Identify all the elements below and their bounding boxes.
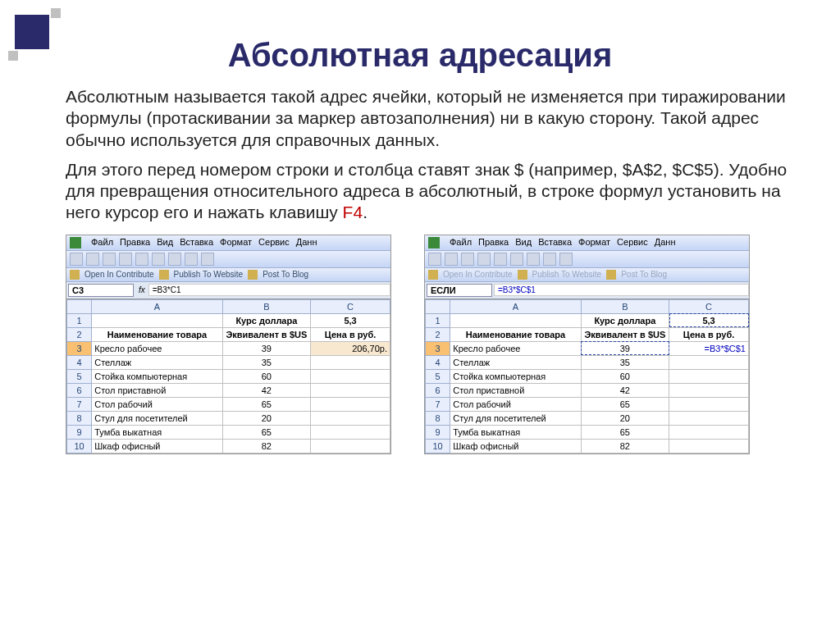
cell[interactable]: 20 bbox=[222, 411, 310, 425]
cell[interactable]: Эквивалент в $US bbox=[581, 327, 669, 341]
row-header[interactable]: 8 bbox=[426, 411, 450, 425]
cell[interactable] bbox=[311, 425, 390, 439]
formula-input[interactable]: =B3*$C$1 bbox=[494, 284, 749, 296]
cell-editing[interactable]: =B3*$C$1 bbox=[669, 341, 749, 355]
preview-icon[interactable] bbox=[135, 253, 148, 266]
cell[interactable] bbox=[311, 397, 390, 411]
row-header[interactable]: 4 bbox=[67, 355, 92, 369]
cell[interactable]: 65 bbox=[581, 397, 669, 411]
cell[interactable]: 35 bbox=[222, 355, 310, 369]
spreadsheet[interactable]: A B C 1 Курс доллара 5,3 2 Наименование … bbox=[425, 299, 749, 454]
cell[interactable]: 65 bbox=[222, 397, 310, 411]
row-header[interactable]: 10 bbox=[426, 439, 450, 453]
print-icon[interactable] bbox=[477, 253, 491, 266]
menu-service[interactable]: Сервис bbox=[258, 237, 290, 248]
cell[interactable]: Кресло рабочее bbox=[450, 341, 581, 355]
menu-service[interactable]: Сервис bbox=[617, 237, 648, 248]
col-header-b[interactable]: B bbox=[581, 299, 669, 313]
cell[interactable]: 20 bbox=[581, 411, 669, 425]
menu-format[interactable]: Формат bbox=[220, 237, 252, 248]
cell[interactable]: Шкаф офисный bbox=[92, 439, 222, 453]
cell[interactable] bbox=[311, 383, 390, 397]
col-header-a[interactable]: A bbox=[450, 299, 581, 313]
name-box[interactable]: ЕСЛИ bbox=[427, 284, 492, 297]
menu-edit[interactable]: Правка bbox=[478, 237, 509, 248]
open-icon[interactable] bbox=[86, 253, 99, 266]
row-header[interactable]: 5 bbox=[67, 369, 92, 383]
cell-selected[interactable]: 206,70р. bbox=[311, 341, 390, 355]
menu-data[interactable]: Данн bbox=[655, 237, 676, 248]
menu-insert[interactable]: Вставка bbox=[538, 237, 572, 248]
row-header-2[interactable]: 2 bbox=[67, 327, 92, 341]
cell[interactable]: Стеллаж bbox=[450, 355, 581, 369]
col-header-c[interactable]: C bbox=[311, 299, 390, 313]
menu-insert[interactable]: Вставка bbox=[180, 237, 213, 248]
menu-view[interactable]: Вид bbox=[157, 237, 173, 248]
cell[interactable]: 42 bbox=[222, 383, 310, 397]
cell[interactable]: Стол рабочий bbox=[450, 397, 581, 411]
row-header[interactable]: 9 bbox=[67, 425, 92, 439]
cell[interactable]: 60 bbox=[581, 369, 669, 383]
name-box[interactable]: C3 bbox=[68, 284, 134, 297]
cell-referenced[interactable]: 5,3 bbox=[669, 313, 749, 327]
row-header[interactable]: 5 bbox=[426, 369, 450, 383]
paste-icon[interactable] bbox=[559, 253, 573, 266]
select-all[interactable] bbox=[67, 299, 92, 313]
cell[interactable]: 60 bbox=[222, 369, 310, 383]
cell[interactable] bbox=[669, 397, 749, 411]
row-header[interactable]: 9 bbox=[426, 425, 450, 439]
cell[interactable] bbox=[311, 411, 390, 425]
new-icon[interactable] bbox=[70, 253, 83, 266]
fx-icon[interactable]: fx bbox=[135, 285, 148, 294]
copy-icon[interactable] bbox=[185, 253, 198, 266]
cell[interactable] bbox=[311, 439, 390, 453]
row-header-1[interactable]: 1 bbox=[426, 313, 450, 327]
save-icon[interactable] bbox=[461, 253, 474, 266]
cell[interactable]: 5,3 bbox=[311, 313, 390, 327]
cell[interactable] bbox=[450, 313, 581, 327]
cell[interactable]: 65 bbox=[581, 425, 669, 439]
cell[interactable]: Стул для посетителей bbox=[92, 411, 222, 425]
cell[interactable] bbox=[669, 383, 749, 397]
cell[interactable]: Цена в руб. bbox=[669, 327, 749, 341]
cell-referenced[interactable]: 39 bbox=[581, 341, 669, 355]
row-header[interactable]: 4 bbox=[426, 355, 450, 369]
cell[interactable] bbox=[669, 439, 749, 453]
cell[interactable]: Тумба выкатная bbox=[92, 425, 222, 439]
cell[interactable]: Шкаф офисный bbox=[450, 439, 581, 453]
row-header-1[interactable]: 1 bbox=[67, 313, 92, 327]
cell[interactable]: Стул для посетителей bbox=[450, 411, 581, 425]
cell[interactable]: Стеллаж bbox=[92, 355, 222, 369]
cut-icon[interactable] bbox=[168, 253, 181, 266]
row-header[interactable]: 10 bbox=[67, 439, 92, 453]
post-blog-button[interactable]: Post To Blog bbox=[262, 270, 308, 279]
paste-icon[interactable] bbox=[201, 253, 214, 266]
cell[interactable]: Стол рабочий bbox=[92, 397, 222, 411]
cell[interactable] bbox=[311, 369, 390, 383]
spreadsheet[interactable]: A B C 1 Курс доллара 5,3 2 Наименование … bbox=[66, 299, 390, 454]
row-header[interactable]: 6 bbox=[67, 383, 92, 397]
save-icon[interactable] bbox=[103, 253, 116, 266]
col-header-c[interactable]: C bbox=[669, 299, 749, 313]
spell-icon[interactable] bbox=[510, 253, 523, 266]
menu-view[interactable]: Вид bbox=[515, 237, 532, 248]
publish-button[interactable]: Publish To Website bbox=[174, 270, 244, 279]
cell[interactable]: 35 bbox=[581, 355, 669, 369]
row-header-2[interactable]: 2 bbox=[426, 327, 450, 341]
row-header[interactable]: 8 bbox=[67, 411, 92, 425]
col-header-a[interactable]: A bbox=[92, 299, 222, 313]
cell[interactable]: Наименование товара bbox=[450, 327, 581, 341]
cell[interactable] bbox=[669, 425, 749, 439]
menu-edit[interactable]: Правка bbox=[120, 237, 150, 248]
cell[interactable]: 39 bbox=[222, 341, 310, 355]
cell[interactable]: Стол приставной bbox=[92, 383, 222, 397]
cell[interactable]: 42 bbox=[581, 383, 669, 397]
spell-icon[interactable] bbox=[152, 253, 165, 266]
cell[interactable]: Стол приставной bbox=[450, 383, 581, 397]
menu-data[interactable]: Данн bbox=[296, 237, 317, 248]
menu-format[interactable]: Формат bbox=[578, 237, 610, 248]
cell[interactable] bbox=[669, 369, 749, 383]
cell[interactable] bbox=[92, 313, 222, 327]
row-header-3[interactable]: 3 bbox=[67, 341, 92, 355]
cell[interactable] bbox=[311, 355, 390, 369]
